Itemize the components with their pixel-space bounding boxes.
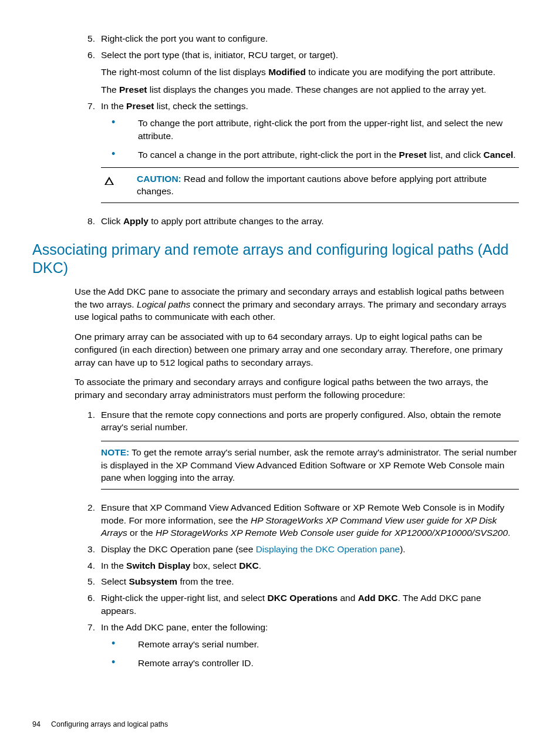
step-number: 6.	[75, 49, 101, 96]
note-text: To get the remote array's serial number,…	[101, 447, 517, 482]
step-text: Click Apply to apply port attribute chan…	[101, 215, 519, 228]
step-body: Click Apply to apply port attribute chan…	[101, 215, 519, 228]
bullet-text: Remote array's controller ID.	[138, 657, 519, 670]
step-text: Select the port type (that is, initiator…	[101, 49, 519, 62]
caution-box: CAUTION: Read and follow the important c…	[101, 167, 519, 203]
step-number: 5.	[75, 32, 101, 45]
step-1: 1. Ensure that the remote copy connectio…	[75, 409, 519, 498]
step-number: 7.	[75, 621, 101, 676]
steps-list-a: 5. Right-click the port you want to conf…	[75, 32, 519, 228]
bullet-text: To change the port attribute, right-clic…	[138, 117, 519, 142]
bullet-item: • To change the port attribute, right-cl…	[101, 117, 519, 142]
caution-icon	[101, 173, 137, 198]
caution-body: CAUTION: Read and follow the important c…	[137, 173, 519, 198]
bullet-icon: •	[101, 638, 138, 651]
step-2: 2. Ensure that XP Command View Advanced …	[75, 501, 519, 539]
bullet-text: To cancel a change in the port attribute…	[138, 148, 519, 161]
step-body: Right-click the port you want to configu…	[101, 32, 519, 45]
step-number: 2.	[75, 501, 101, 539]
step-number: 3.	[75, 543, 101, 556]
sub-bullets: • To change the port attribute, right-cl…	[101, 117, 519, 161]
step-text: The Preset list displays the changes you…	[101, 83, 519, 96]
step-text: Select Subsystem from the tree.	[101, 575, 519, 588]
step-body: Right-click the upper-right list, and se…	[101, 592, 519, 617]
step-4: 4. In the Switch Display box, select DKC…	[75, 559, 519, 572]
step-body: Select the port type (that is, initiator…	[101, 49, 519, 96]
step-8: 8. Click Apply to apply port attribute c…	[75, 215, 519, 228]
step-body: Ensure that the remote copy connections …	[101, 409, 519, 498]
step-text: Ensure that the remote copy connections …	[101, 409, 519, 434]
step-body: Ensure that XP Command View Advanced Edi…	[101, 501, 519, 539]
section-heading: Associating primary and remote arrays an…	[32, 241, 519, 278]
note-box: NOTE: To get the remote array's serial n…	[101, 441, 519, 490]
step-7: 7. In the Preset list, check the setting…	[75, 100, 519, 211]
step-text: In the Add DKC pane, enter the following…	[101, 621, 519, 634]
paragraph: One primary array can be associated with…	[75, 330, 519, 369]
caution-label: CAUTION:	[137, 174, 181, 184]
step-text: The right-most column of the list displa…	[101, 66, 519, 79]
step-text: In the Preset list, check the settings.	[101, 100, 519, 113]
step-text: Right-click the port you want to configu…	[101, 32, 519, 45]
step-number: 8.	[75, 215, 101, 228]
step-text: In the Switch Display box, select DKC.	[101, 559, 519, 572]
step-number: 7.	[75, 100, 101, 211]
step-body: Display the DKC Operation pane (see Disp…	[101, 543, 519, 556]
step-number: 6.	[75, 592, 101, 617]
note-label: NOTE:	[101, 447, 129, 457]
link-dkc-operation-pane[interactable]: Displaying the DKC Operation pane	[256, 544, 400, 554]
page-content: 5. Right-click the port you want to conf…	[75, 32, 519, 676]
step-number: 5.	[75, 575, 101, 588]
step-body: In the Switch Display box, select DKC.	[101, 559, 519, 572]
paragraph: To associate the primary and secondary a…	[75, 376, 519, 401]
step-6b: 6. Right-click the upper-right list, and…	[75, 592, 519, 617]
step-text: Display the DKC Operation pane (see Disp…	[101, 543, 519, 556]
bullet-text: Remote array's serial number.	[138, 638, 519, 651]
step-text: Ensure that XP Command View Advanced Edi…	[101, 501, 519, 539]
step-5: 5. Right-click the port you want to conf…	[75, 32, 519, 45]
step-body: Select Subsystem from the tree.	[101, 575, 519, 588]
bullet-item: • To cancel a change in the port attribu…	[101, 148, 519, 161]
sub-bullets: • Remote array's serial number. • Remote…	[101, 638, 519, 669]
step-7b: 7. In the Add DKC pane, enter the follow…	[75, 621, 519, 676]
paragraph: Use the Add DKC pane to associate the pr…	[75, 285, 519, 323]
step-number: 4.	[75, 559, 101, 572]
step-number: 1.	[75, 409, 101, 498]
step-body: In the Preset list, check the settings. …	[101, 100, 519, 211]
step-3: 3. Display the DKC Operation pane (see D…	[75, 543, 519, 556]
step-5b: 5. Select Subsystem from the tree.	[75, 575, 519, 588]
step-text: Right-click the upper-right list, and se…	[101, 592, 519, 617]
bullet-item: • Remote array's controller ID.	[101, 657, 519, 670]
bullet-item: • Remote array's serial number.	[101, 638, 519, 651]
step-body: In the Add DKC pane, enter the following…	[101, 621, 519, 676]
steps-list-b: 1. Ensure that the remote copy connectio…	[75, 409, 519, 676]
bullet-icon: •	[101, 148, 138, 161]
bullet-icon: •	[101, 117, 138, 142]
step-6: 6. Select the port type (that is, initia…	[75, 49, 519, 96]
caution-text: Read and follow the important cautions a…	[137, 174, 487, 197]
bullet-icon: •	[101, 657, 138, 670]
